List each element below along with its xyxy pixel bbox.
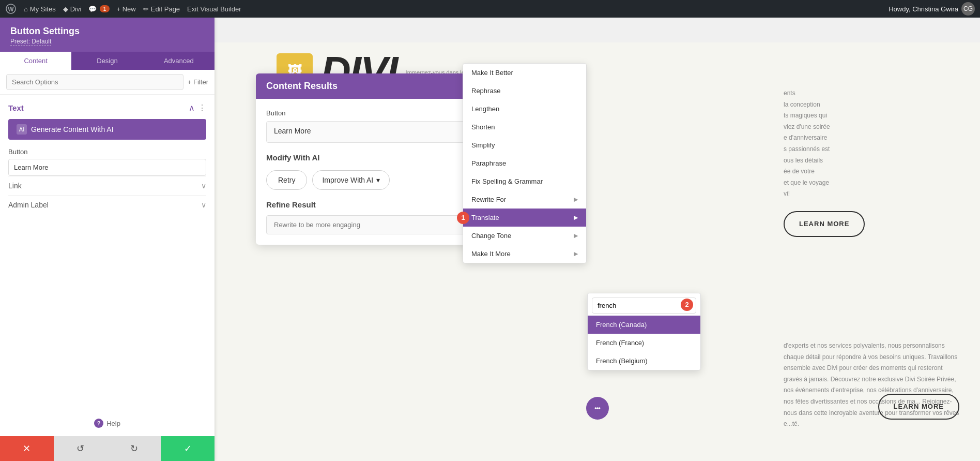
admin-label-chevron-icon: ∨ bbox=[201, 201, 206, 209]
make-it-more-arrow-icon: ▶ bbox=[574, 250, 578, 257]
section-collapse-icon[interactable]: ∧ bbox=[189, 103, 195, 113]
menu-item-paraphrase[interactable]: Paraphrase bbox=[463, 154, 586, 172]
badge-1: 1 bbox=[457, 212, 469, 224]
button-field-label: Button bbox=[8, 148, 206, 156]
generate-content-button[interactable]: AI Generate Content With AI bbox=[8, 119, 206, 140]
text-section-header: Text ∧ ⋮ bbox=[8, 103, 206, 113]
menu-item-rephrase[interactable]: Rephrase bbox=[463, 82, 586, 100]
translate-option-french-canada[interactable]: French (Canada) bbox=[588, 316, 700, 334]
menu-item-change-tone[interactable]: Change Tone ▶ bbox=[463, 227, 586, 245]
confirm-button[interactable]: ✓ bbox=[161, 436, 215, 461]
redo-icon: ↻ bbox=[130, 443, 138, 454]
button-text-input[interactable] bbox=[8, 159, 206, 176]
undo-icon: ↺ bbox=[76, 443, 84, 454]
house-icon: ⌂ bbox=[24, 5, 28, 13]
cancel-icon: ✕ bbox=[23, 443, 30, 454]
main-content: 🖼 DIVI Immergez-vous dans le monde extra… bbox=[215, 18, 980, 461]
sidebar-content: Text ∧ ⋮ AI Generate Content With AI But… bbox=[0, 95, 215, 410]
sidebar-tabs: Content Design Advanced bbox=[0, 52, 215, 70]
link-section[interactable]: Link ∨ bbox=[8, 176, 206, 195]
menu-item-lengthen[interactable]: Lengthen bbox=[463, 100, 586, 118]
sidebar: Button Settings Preset: Default Content … bbox=[0, 18, 215, 461]
retry-button[interactable]: Retry bbox=[266, 170, 307, 190]
improve-with-ai-button[interactable]: Improve With AI ▾ bbox=[312, 170, 390, 190]
right-body-paragraph: entsla conceptionts magiques quiviez d'u… bbox=[784, 88, 959, 200]
translate-arrow-icon: ▶ bbox=[574, 214, 578, 221]
new-link[interactable]: + New bbox=[117, 5, 136, 13]
sidebar-footer: ✕ ↺ ↻ ✓ bbox=[0, 436, 215, 461]
sidebar-header: Button Settings Preset: Default bbox=[0, 18, 215, 52]
divi-link[interactable]: ◆ Divi bbox=[63, 5, 82, 13]
svg-point-4 bbox=[598, 407, 600, 409]
learn-more-button-top[interactable]: LEARN MORE bbox=[784, 211, 865, 237]
search-options-input[interactable] bbox=[6, 74, 183, 90]
text-section-title: Text bbox=[8, 103, 24, 112]
sidebar-controls: + Filter bbox=[0, 70, 215, 95]
refine-input[interactable] bbox=[266, 215, 487, 234]
help-label[interactable]: Help bbox=[106, 420, 120, 427]
undo-button[interactable]: ↺ bbox=[54, 436, 108, 461]
edit-page-link[interactable]: ✏ Edit Page bbox=[143, 5, 180, 13]
howdy-label: Howdy, Christina Gwira bbox=[889, 5, 958, 13]
comments-badge: 1 bbox=[100, 5, 109, 12]
main-layout: Button Settings Preset: Default Content … bbox=[0, 18, 980, 461]
cancel-button[interactable]: ✕ bbox=[0, 436, 54, 461]
edit-icon: ✏ bbox=[143, 5, 149, 13]
generate-btn-label: Generate Content With AI bbox=[31, 125, 114, 133]
exit-builder-link[interactable]: Exit Visual Builder bbox=[187, 5, 241, 13]
menu-item-translate[interactable]: Translate ▶ bbox=[463, 209, 586, 227]
learn-more-button-bottom[interactable]: LEARN MORE bbox=[878, 394, 959, 420]
sidebar-title: Button Settings bbox=[10, 26, 204, 37]
filter-icon: + bbox=[188, 78, 192, 86]
chat-bubble-button[interactable] bbox=[586, 397, 609, 420]
change-tone-arrow-icon: ▶ bbox=[574, 232, 578, 239]
admin-label-section-title: Admin Label bbox=[8, 201, 49, 209]
wordpress-logo-icon[interactable]: W bbox=[5, 3, 17, 14]
svg-text:W: W bbox=[8, 6, 14, 13]
translate-search-wrapper: 2 bbox=[588, 293, 700, 316]
right-text-block: entsla conceptionts magiques quiviez d'u… bbox=[784, 88, 959, 237]
translate-option-french-france[interactable]: French (France) bbox=[588, 334, 700, 352]
my-sites-link[interactable]: ⌂ My Sites bbox=[24, 5, 56, 13]
menu-item-simplify[interactable]: Simplify bbox=[463, 136, 586, 154]
divi-icon: ◆ bbox=[63, 5, 68, 13]
admin-label-section[interactable]: Admin Label ∨ bbox=[8, 195, 206, 214]
translate-menu-row: Translate ▶ 1 2 bbox=[463, 209, 586, 227]
link-section-title: Link bbox=[8, 182, 22, 190]
preset-label[interactable]: Preset: Default bbox=[10, 38, 51, 46]
tab-design[interactable]: Design bbox=[71, 52, 143, 70]
redo-button[interactable]: ↻ bbox=[108, 436, 161, 461]
context-menu: Make It Better Rephrase Lengthen Shorten… bbox=[463, 63, 587, 263]
chat-bubble-icon bbox=[592, 403, 603, 414]
menu-item-shorten[interactable]: Shorten bbox=[463, 118, 586, 136]
comments-icon: 💬 bbox=[88, 5, 97, 13]
svg-point-3 bbox=[596, 407, 599, 409]
user-avatar[interactable]: CG bbox=[961, 2, 975, 16]
improve-chevron-icon: ▾ bbox=[376, 176, 380, 184]
menu-item-fix-spelling[interactable]: Fix Spelling & Grammar bbox=[463, 172, 586, 190]
link-chevron-icon: ∨ bbox=[201, 182, 206, 190]
menu-item-rewrite-for[interactable]: Rewrite For ▶ bbox=[463, 190, 586, 209]
admin-bar: W ⌂ My Sites ◆ Divi 💬 1 + New ✏ Edit Pag… bbox=[0, 0, 980, 18]
tab-advanced[interactable]: Advanced bbox=[143, 52, 215, 70]
translate-option-french-belgium[interactable]: French (Belgium) bbox=[588, 352, 700, 370]
svg-point-2 bbox=[594, 407, 596, 409]
badge-2: 2 bbox=[681, 299, 693, 311]
ai-icon: AI bbox=[17, 124, 27, 135]
filter-button[interactable]: + Filter bbox=[188, 78, 208, 86]
user-info: Howdy, Christina Gwira CG bbox=[889, 2, 975, 16]
tab-content[interactable]: Content bbox=[0, 52, 71, 70]
comments-link[interactable]: 💬 1 bbox=[88, 5, 109, 13]
help-row: ? Help bbox=[0, 410, 215, 436]
menu-item-make-it-more[interactable]: Make It More ▶ bbox=[463, 245, 586, 263]
section-options-icon[interactable]: ⋮ bbox=[198, 103, 206, 113]
page-background: 🖼 DIVI Immergez-vous dans le monde extra… bbox=[215, 42, 980, 461]
admin-bar-left: W ⌂ My Sites ◆ Divi 💬 1 + New ✏ Edit Pag… bbox=[5, 3, 881, 14]
right-page-content: entsla conceptionts magiques quiviez d'u… bbox=[763, 67, 980, 461]
help-icon: ? bbox=[94, 419, 103, 428]
confirm-icon: ✓ bbox=[184, 443, 192, 454]
menu-item-make-it-better[interactable]: Make It Better bbox=[463, 64, 586, 82]
rewrite-for-arrow-icon: ▶ bbox=[574, 196, 578, 203]
section-actions: ∧ ⋮ bbox=[189, 103, 206, 113]
translate-submenu: 2 French (Canada) French (France) French… bbox=[587, 293, 701, 370]
